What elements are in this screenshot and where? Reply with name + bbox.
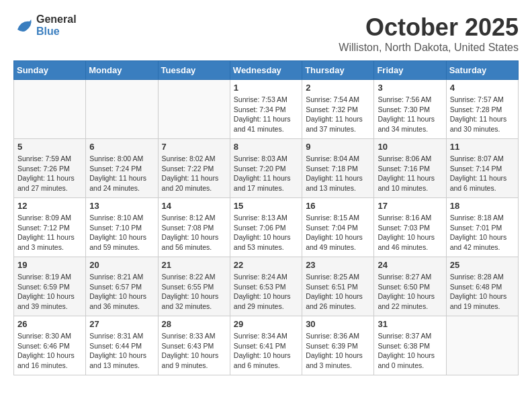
calendar-cell: 28Sunrise: 8:33 AMSunset: 6:43 PMDayligh…	[158, 316, 230, 375]
calendar-cell: 20Sunrise: 8:21 AMSunset: 6:57 PMDayligh…	[86, 257, 158, 316]
calendar-cell	[446, 316, 518, 375]
calendar-cell: 25Sunrise: 8:28 AMSunset: 6:48 PMDayligh…	[446, 257, 518, 316]
calendar-cell: 1Sunrise: 7:53 AMSunset: 7:34 PMDaylight…	[230, 80, 302, 139]
calendar-cell	[14, 80, 86, 139]
calendar-cell: 18Sunrise: 8:18 AMSunset: 7:01 PMDayligh…	[446, 198, 518, 257]
calendar-cell: 22Sunrise: 8:24 AMSunset: 6:53 PMDayligh…	[230, 257, 302, 316]
calendar-cell	[158, 80, 230, 139]
day-number: 9	[306, 142, 370, 152]
day-number: 7	[162, 142, 226, 152]
calendar-cell: 21Sunrise: 8:22 AMSunset: 6:55 PMDayligh…	[158, 257, 230, 316]
day-info: Sunrise: 8:21 AMSunset: 6:57 PMDaylight:…	[89, 272, 154, 312]
logo-icon	[13, 15, 34, 36]
weekday-header: Thursday	[302, 61, 374, 80]
weekday-header: Monday	[86, 61, 158, 80]
day-number: 15	[234, 201, 298, 211]
day-number: 23	[306, 260, 370, 270]
day-number: 6	[89, 142, 154, 152]
weekday-header: Friday	[374, 61, 446, 80]
calendar-cell: 31Sunrise: 8:37 AMSunset: 6:38 PMDayligh…	[374, 316, 446, 375]
day-info: Sunrise: 7:56 AMSunset: 7:30 PMDaylight:…	[378, 95, 442, 134]
day-number: 21	[162, 260, 226, 270]
calendar-cell: 26Sunrise: 8:30 AMSunset: 6:46 PMDayligh…	[14, 316, 86, 375]
day-info: Sunrise: 8:36 AMSunset: 6:39 PMDaylight:…	[306, 331, 370, 371]
calendar-cell: 16Sunrise: 8:15 AMSunset: 7:04 PMDayligh…	[302, 198, 374, 257]
day-info: Sunrise: 7:59 AMSunset: 7:26 PMDaylight:…	[17, 154, 82, 193]
day-number: 13	[89, 201, 154, 211]
day-number: 14	[162, 201, 226, 211]
day-info: Sunrise: 8:07 AMSunset: 7:14 PMDaylight:…	[450, 154, 515, 193]
day-info: Sunrise: 8:30 AMSunset: 6:46 PMDaylight:…	[17, 331, 82, 371]
day-number: 19	[17, 260, 82, 270]
calendar-cell: 23Sunrise: 8:25 AMSunset: 6:51 PMDayligh…	[302, 257, 374, 316]
day-info: Sunrise: 8:13 AMSunset: 7:06 PMDaylight:…	[234, 213, 298, 253]
day-number: 5	[17, 142, 82, 152]
calendar-cell: 13Sunrise: 8:10 AMSunset: 7:10 PMDayligh…	[86, 198, 158, 257]
day-info: Sunrise: 8:02 AMSunset: 7:22 PMDaylight:…	[162, 154, 226, 193]
day-number: 24	[378, 260, 442, 270]
day-info: Sunrise: 8:16 AMSunset: 7:03 PMDaylight:…	[378, 213, 442, 253]
day-info: Sunrise: 8:34 AMSunset: 6:41 PMDaylight:…	[234, 331, 298, 371]
day-number: 27	[89, 319, 154, 329]
calendar-cell: 6Sunrise: 8:00 AMSunset: 7:24 PMDaylight…	[86, 139, 158, 198]
day-number: 26	[17, 319, 82, 329]
day-info: Sunrise: 8:15 AMSunset: 7:04 PMDaylight:…	[306, 213, 370, 253]
day-number: 30	[306, 319, 370, 329]
day-info: Sunrise: 8:24 AMSunset: 6:53 PMDaylight:…	[234, 272, 298, 312]
calendar-cell: 29Sunrise: 8:34 AMSunset: 6:41 PMDayligh…	[230, 316, 302, 375]
calendar-cell: 30Sunrise: 8:36 AMSunset: 6:39 PMDayligh…	[302, 316, 374, 375]
day-info: Sunrise: 8:04 AMSunset: 7:18 PMDaylight:…	[306, 154, 370, 193]
logo-text-line2: Blue	[36, 26, 77, 38]
calendar-cell: 8Sunrise: 8:03 AMSunset: 7:20 PMDaylight…	[230, 139, 302, 198]
day-info: Sunrise: 7:53 AMSunset: 7:34 PMDaylight:…	[234, 95, 298, 134]
calendar-table: SundayMondayTuesdayWednesdayThursdayFrid…	[13, 60, 519, 375]
day-number: 11	[450, 142, 515, 152]
calendar-cell	[86, 80, 158, 139]
day-number: 29	[234, 319, 298, 329]
day-number: 20	[89, 260, 154, 270]
calendar-cell: 19Sunrise: 8:19 AMSunset: 6:59 PMDayligh…	[14, 257, 86, 316]
weekday-header: Tuesday	[158, 61, 230, 80]
day-info: Sunrise: 8:28 AMSunset: 6:48 PMDaylight:…	[450, 272, 515, 312]
day-number: 17	[378, 201, 442, 211]
calendar-cell: 15Sunrise: 8:13 AMSunset: 7:06 PMDayligh…	[230, 198, 302, 257]
calendar-cell: 27Sunrise: 8:31 AMSunset: 6:44 PMDayligh…	[86, 316, 158, 375]
weekday-header: Saturday	[446, 61, 518, 80]
day-info: Sunrise: 8:06 AMSunset: 7:16 PMDaylight:…	[378, 154, 442, 193]
day-info: Sunrise: 8:22 AMSunset: 6:55 PMDaylight:…	[162, 272, 226, 312]
day-number: 25	[450, 260, 515, 270]
day-number: 8	[234, 142, 298, 152]
calendar-cell: 3Sunrise: 7:56 AMSunset: 7:30 PMDaylight…	[374, 80, 446, 139]
day-info: Sunrise: 7:57 AMSunset: 7:28 PMDaylight:…	[450, 95, 515, 134]
day-info: Sunrise: 8:37 AMSunset: 6:38 PMDaylight:…	[378, 331, 442, 371]
calendar-cell: 17Sunrise: 8:16 AMSunset: 7:03 PMDayligh…	[374, 198, 446, 257]
day-number: 12	[17, 201, 82, 211]
title-block: October 2025 Williston, North Dakota, Un…	[339, 13, 519, 54]
calendar-cell: 7Sunrise: 8:02 AMSunset: 7:22 PMDaylight…	[158, 139, 230, 198]
day-info: Sunrise: 8:25 AMSunset: 6:51 PMDaylight:…	[306, 272, 370, 312]
day-number: 16	[306, 201, 370, 211]
day-number: 3	[378, 83, 442, 93]
weekday-header: Sunday	[14, 61, 86, 80]
day-number: 28	[162, 319, 226, 329]
calendar-cell: 12Sunrise: 8:09 AMSunset: 7:12 PMDayligh…	[14, 198, 86, 257]
day-info: Sunrise: 8:09 AMSunset: 7:12 PMDaylight:…	[17, 213, 82, 253]
day-info: Sunrise: 8:12 AMSunset: 7:08 PMDaylight:…	[162, 213, 226, 253]
calendar-cell: 11Sunrise: 8:07 AMSunset: 7:14 PMDayligh…	[446, 139, 518, 198]
day-number: 10	[378, 142, 442, 152]
logo: General Blue	[13, 13, 77, 37]
calendar-cell: 2Sunrise: 7:54 AMSunset: 7:32 PMDaylight…	[302, 80, 374, 139]
day-info: Sunrise: 7:54 AMSunset: 7:32 PMDaylight:…	[306, 95, 370, 134]
calendar-cell: 9Sunrise: 8:04 AMSunset: 7:18 PMDaylight…	[302, 139, 374, 198]
calendar-cell: 10Sunrise: 8:06 AMSunset: 7:16 PMDayligh…	[374, 139, 446, 198]
weekday-header: Wednesday	[230, 61, 302, 80]
day-info: Sunrise: 8:19 AMSunset: 6:59 PMDaylight:…	[17, 272, 82, 312]
day-info: Sunrise: 8:03 AMSunset: 7:20 PMDaylight:…	[234, 154, 298, 193]
day-number: 18	[450, 201, 515, 211]
day-info: Sunrise: 8:00 AMSunset: 7:24 PMDaylight:…	[89, 154, 154, 193]
day-info: Sunrise: 8:10 AMSunset: 7:10 PMDaylight:…	[89, 213, 154, 253]
day-number: 4	[450, 83, 515, 93]
calendar-cell: 4Sunrise: 7:57 AMSunset: 7:28 PMDaylight…	[446, 80, 518, 139]
location: Williston, North Dakota, United States	[339, 42, 519, 54]
logo-text-line1: General	[36, 13, 77, 26]
